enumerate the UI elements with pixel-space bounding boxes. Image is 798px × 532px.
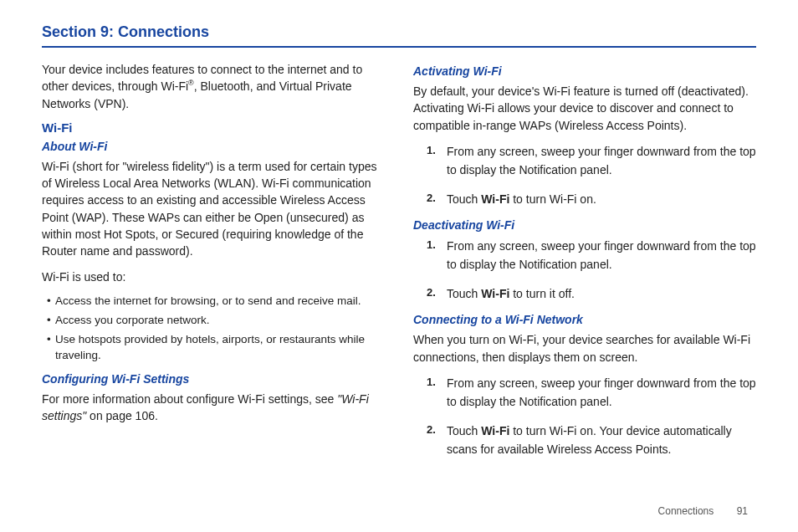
list-item: Use hotspots provided by hotels, airport… <box>47 332 385 364</box>
step-text-pre: Touch <box>447 424 481 437</box>
config-text-b: on page 106. <box>86 409 158 422</box>
footer-chapter: Connections <box>658 505 714 517</box>
list-item: Access you corporate network. <box>47 313 385 329</box>
step-text-bold: Wi-Fi <box>481 424 509 437</box>
list-item: From any screen, sweep your finger downw… <box>432 237 756 274</box>
list-item: Touch Wi-Fi to turn Wi-Fi on. <box>432 190 756 208</box>
list-item: From any screen, sweep your finger downw… <box>432 374 756 412</box>
footer-page-number: 91 <box>737 505 748 517</box>
wifi-heading: Wi-Fi <box>42 120 385 135</box>
list-item: Touch Wi-Fi to turn it off. <box>432 284 756 303</box>
step-text-pre: Touch <box>447 287 481 300</box>
connecting-steps: From any screen, sweep your finger downw… <box>413 374 756 459</box>
intro-paragraph: Your device includes features to connect… <box>42 61 385 112</box>
list-item: Access the internet for browsing, or to … <box>47 294 385 309</box>
step-text-bold: Wi-Fi <box>481 287 509 300</box>
configuring-wifi-heading: Configuring Wi-Fi Settings <box>42 372 385 386</box>
activating-wifi-heading: Activating Wi-Fi <box>413 64 756 78</box>
right-column: Activating Wi-Fi By default, your device… <box>413 61 756 468</box>
deactivating-wifi-heading: Deactivating Wi-Fi <box>413 218 756 232</box>
activate-steps: From any screen, sweep your finger downw… <box>413 142 756 208</box>
list-item: From any screen, sweep your finger downw… <box>432 142 756 180</box>
config-text-a: For more information about configure Wi-… <box>42 392 337 406</box>
about-wifi-paragraph: Wi-Fi (short for "wireless fidelity") is… <box>42 158 385 260</box>
page-footer: Connections 91 <box>658 505 748 517</box>
wifi-uses-list: Access the internet for browsing, or to … <box>42 294 385 364</box>
connecting-wifi-heading: Connecting to a Wi-Fi Network <box>413 313 756 326</box>
step-text-post: to turn Wi-Fi on. <box>509 192 596 206</box>
about-wifi-heading: About Wi-Fi <box>42 140 385 153</box>
configuring-wifi-paragraph: For more information about configure Wi-… <box>42 391 385 425</box>
wifi-used-to-label: Wi-Fi is used to: <box>42 269 385 285</box>
section-title: Section 9: Connections <box>42 23 756 48</box>
step-text-post: to turn it off. <box>509 287 575 300</box>
step-text-bold: Wi-Fi <box>481 192 509 206</box>
deactivate-steps: From any screen, sweep your finger downw… <box>413 237 756 303</box>
step-text-pre: Touch <box>447 192 481 206</box>
activating-wifi-paragraph: By default, your device's Wi-Fi feature … <box>413 83 756 134</box>
registered-symbol: ® <box>188 79 194 88</box>
list-item: Touch Wi-Fi to turn Wi-Fi on. Your devic… <box>432 422 756 459</box>
content-columns: Your device includes features to connect… <box>42 61 756 468</box>
connecting-wifi-paragraph: When you turn on Wi-Fi, your device sear… <box>413 331 756 366</box>
left-column: Your device includes features to connect… <box>42 61 385 468</box>
